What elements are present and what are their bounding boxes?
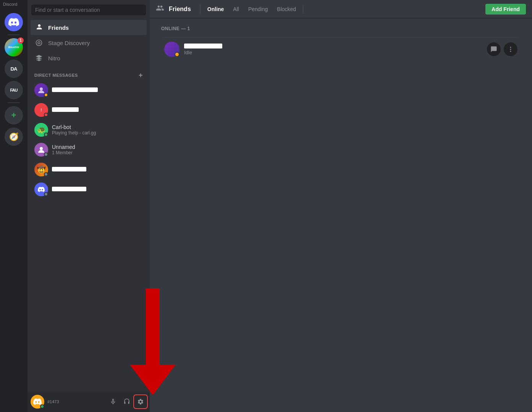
- nav-item-nitro[interactable]: Nitro: [31, 50, 147, 66]
- tab-all[interactable]: All: [229, 5, 243, 14]
- dm-name: [52, 166, 86, 173]
- status-dot-dnd: [44, 113, 48, 117]
- redacted-name: [52, 87, 98, 92]
- dm-sub-carlbot: Playing !help - carl.gg: [52, 130, 96, 136]
- friends-header-icon: [156, 4, 164, 14]
- status-dot-offline: [44, 152, 48, 157]
- server-icon-da[interactable]: DA: [5, 60, 23, 78]
- title-bar: Discord: [0, 0, 27, 8]
- dm-info: Unnamed 1 Member: [52, 144, 75, 155]
- status-dot-online: [44, 132, 48, 137]
- dm-avatar: [34, 83, 48, 97]
- svg-text:!: !: [40, 108, 42, 112]
- dm-info: [52, 87, 98, 93]
- user-avatar: [31, 395, 44, 409]
- user-bar: #1473: [27, 391, 150, 412]
- bluestack-label: BlueStr: [8, 45, 19, 49]
- friend-status: Idle: [184, 50, 487, 55]
- tab-pending[interactable]: Pending: [244, 5, 272, 14]
- header-divider-2: [303, 5, 303, 14]
- friend-row[interactable]: Idle: [161, 37, 521, 61]
- redacted-friend-name: [184, 44, 222, 48]
- dm-item[interactable]: [31, 179, 147, 199]
- add-friend-button[interactable]: Add Friend: [485, 4, 526, 15]
- server-icon-bluestack[interactable]: BlueStr 1: [5, 38, 23, 57]
- nav-friends-label: Friends: [48, 24, 69, 31]
- da-label: DA: [11, 66, 17, 72]
- main-content: Friends Online All Pending Blocked Add F…: [150, 0, 532, 412]
- direct-messages-label: DIRECT MESSAGES: [34, 73, 78, 78]
- tab-blocked[interactable]: Blocked: [273, 5, 300, 14]
- main-header: Friends Online All Pending Blocked Add F…: [150, 0, 532, 18]
- dm-info: [52, 186, 86, 192]
- dm-name-unnamed: Unnamed: [52, 144, 75, 150]
- dm-info: Carl-bot Playing !help - carl.gg: [52, 124, 96, 136]
- dm-name: [52, 186, 86, 192]
- nav-nitro-label: Nitro: [48, 55, 60, 61]
- online-count-header: ONLINE — 1: [161, 26, 521, 31]
- search-bar-container: [27, 0, 150, 20]
- redacted-name: [52, 187, 86, 191]
- dm-panel: Friends Stage Discovery Nitro: [27, 0, 150, 412]
- dm-name: [52, 87, 98, 93]
- server-icon-discord-home[interactable]: [5, 13, 23, 31]
- dm-item-carlbot[interactable]: 🐢 Carl-bot Playing !help - carl.gg: [31, 120, 147, 140]
- dm-avatar: 🐢: [34, 123, 48, 137]
- friend-info: Idle: [184, 44, 487, 55]
- server-divider: [8, 34, 20, 35]
- dm-item[interactable]: 🤠: [31, 160, 147, 179]
- nav-items: Friends Stage Discovery Nitro: [27, 20, 150, 66]
- server-sidebar: BlueStr 1 DA FAU + 🧭: [0, 8, 27, 412]
- svg-point-0: [40, 87, 43, 90]
- svg-point-4: [510, 47, 511, 48]
- header-title: Friends: [169, 6, 191, 13]
- server-icon-add[interactable]: +: [5, 106, 23, 124]
- dm-avatar: [34, 143, 48, 157]
- user-status-dot: [40, 404, 44, 409]
- server-badge: 1: [18, 37, 24, 44]
- svg-point-6: [510, 51, 511, 52]
- nav-stage-label: Stage Discovery: [48, 40, 90, 46]
- dm-info: [52, 107, 79, 113]
- server-icon-fau[interactable]: FAU: [5, 81, 23, 99]
- nav-item-friends[interactable]: Friends: [31, 20, 147, 35]
- explore-icon: 🧭: [9, 132, 19, 141]
- dm-avatar: 🤠: [34, 163, 48, 176]
- redacted-name: [52, 167, 86, 171]
- stage-discovery-icon: [34, 38, 44, 47]
- svg-point-3: [40, 147, 43, 150]
- user-tag: #1473: [47, 399, 105, 404]
- nitro-icon: [34, 53, 44, 63]
- add-icon: +: [11, 110, 16, 120]
- search-input[interactable]: [31, 5, 146, 15]
- user-bar-info: #1473: [47, 399, 105, 404]
- dm-item[interactable]: !: [31, 100, 147, 120]
- redacted-name: [52, 107, 79, 112]
- friend-status-dot: [175, 52, 179, 57]
- dm-item-unnamed[interactable]: Unnamed 1 Member: [31, 140, 147, 160]
- friends-nav-icon: [34, 23, 44, 32]
- more-options-button[interactable]: [504, 42, 517, 56]
- dm-name-carlbot: Carl-bot: [52, 124, 96, 130]
- header-divider: [200, 5, 201, 14]
- dm-name: [52, 107, 79, 113]
- server-divider-2: [8, 102, 20, 103]
- headphone-button[interactable]: [121, 396, 133, 408]
- mic-button[interactable]: [107, 396, 119, 408]
- settings-button[interactable]: [134, 396, 147, 408]
- status-dot-idle: [44, 93, 48, 97]
- friends-area: ONLINE — 1 Idle: [150, 18, 532, 412]
- dm-sub-unnamed: 1 Member: [52, 150, 75, 155]
- friend-actions: [487, 42, 517, 56]
- add-dm-button[interactable]: +: [139, 72, 143, 79]
- message-friend-button[interactable]: [487, 42, 501, 56]
- tab-online[interactable]: Online: [204, 5, 228, 14]
- server-icon-explore[interactable]: 🧭: [5, 128, 23, 146]
- status-dot-offline: [44, 172, 48, 176]
- fau-label: FAU: [10, 88, 18, 92]
- dm-info: [52, 166, 86, 173]
- dm-section-header: DIRECT MESSAGES +: [27, 66, 150, 80]
- dm-item[interactable]: [31, 80, 147, 100]
- nav-item-stage-discovery[interactable]: Stage Discovery: [31, 35, 147, 50]
- friend-name: [184, 44, 487, 50]
